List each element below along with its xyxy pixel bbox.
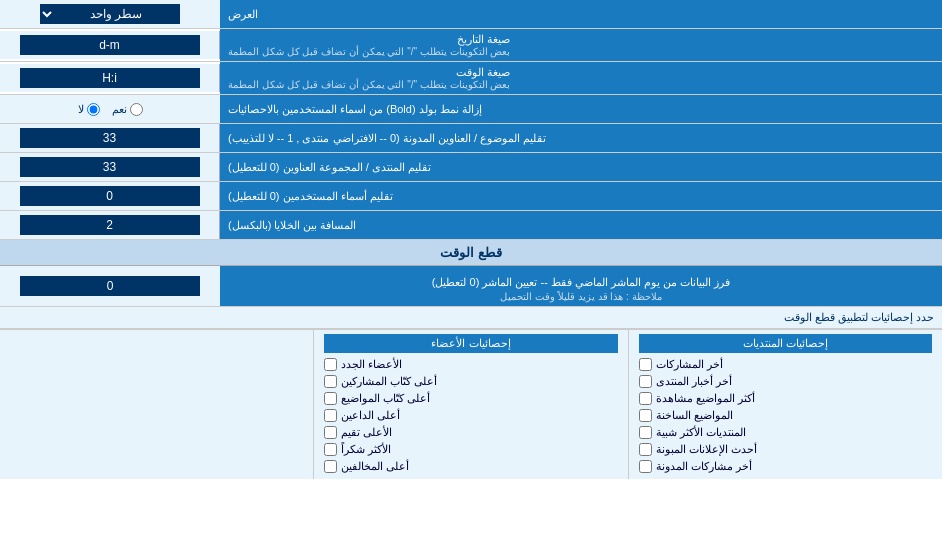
cell-spacing-input[interactable]	[20, 215, 200, 235]
check-item-1: أخر المشاركات	[639, 356, 932, 373]
forums-stats-col: إحصائيات المنتديات أخر المشاركات أخر أخب…	[628, 330, 942, 479]
check-item-m7: أعلى المخالفين	[324, 458, 617, 475]
time-format-input-container	[0, 64, 220, 92]
time-format-label: صيغة الوقت بعض التكوينات يتطلب "/" التي …	[220, 62, 942, 94]
user-names-input-container	[0, 182, 220, 210]
forum-order-input[interactable]	[20, 157, 200, 177]
empty-col	[0, 330, 313, 479]
date-format-input-container	[0, 31, 220, 59]
members-stats-col: إحصائيات الأعضاء الأعضاء الجدد أعلى كتّا…	[313, 330, 627, 479]
bold-yes-label: نعم	[112, 103, 143, 116]
bold-no-radio[interactable]	[87, 103, 100, 116]
time-format-input[interactable]	[20, 68, 200, 88]
date-format-label: صيغة التاريخ بعض التكوينات يتطلب "/" الت…	[220, 29, 942, 61]
forum-order-row: تقليم المنتدى / المجموعة العناوين (0 للت…	[0, 153, 942, 182]
cell-spacing-label: المسافة بين الخلايا (بالبكسل)	[220, 211, 942, 239]
topic-order-row: تقليم الموضوع / العناوين المدونة (0 -- ا…	[0, 124, 942, 153]
check-item-m2: أعلى كتّاب المشاركين	[324, 373, 617, 390]
check-item-3: أكثر المواضيع مشاهدة	[639, 390, 932, 407]
members-stats-header: إحصائيات الأعضاء	[324, 334, 617, 353]
cutoff-input[interactable]	[20, 276, 200, 296]
user-names-input[interactable]	[20, 186, 200, 206]
check-item-6: أحدث الإعلانات المبونة	[639, 441, 932, 458]
display-label: العرض	[220, 0, 942, 28]
check-item-m1: الأعضاء الجدد	[324, 356, 617, 373]
bold-remove-label: إزالة نمط بولد (Bold) من اسماء المستخدمي…	[220, 95, 942, 123]
check-item-m4: أعلى الداعين	[324, 407, 617, 424]
check-item-m6: الأكثر شكراً	[324, 441, 617, 458]
cell-spacing-input-container	[0, 211, 220, 239]
cutoff-input-container	[0, 266, 220, 306]
checkbox-most-similar[interactable]	[639, 426, 652, 439]
user-names-label: تقليم أسماء المستخدمين (0 للتعطيل)	[220, 182, 942, 210]
checkbox-top-inviters[interactable]	[324, 409, 337, 422]
check-item-2: أخر أخبار المنتدى	[639, 373, 932, 390]
cutoff-row: فرز البيانات من يوم الماشر الماضي فقط --…	[0, 266, 942, 307]
time-format-row: صيغة الوقت بعض التكوينات يتطلب "/" التي …	[0, 62, 942, 95]
check-item-7: أخر مشاركات المدونة	[639, 458, 932, 475]
checkbox-top-topic-writers[interactable]	[324, 392, 337, 405]
topic-order-input[interactable]	[20, 128, 200, 148]
bold-remove-options: نعم لا	[0, 95, 220, 123]
check-item-5: المنتديات الأكثر شبية	[639, 424, 932, 441]
cell-spacing-row: المسافة بين الخلايا (بالبكسل)	[0, 211, 942, 240]
topic-order-label: تقليم الموضوع / العناوين المدونة (0 -- ا…	[220, 124, 942, 152]
checkbox-top-rated[interactable]	[324, 426, 337, 439]
bold-yes-radio[interactable]	[130, 103, 143, 116]
checkbox-most-viewed[interactable]	[639, 392, 652, 405]
forum-order-label: تقليم المنتدى / المجموعة العناوين (0 للت…	[220, 153, 942, 181]
bold-remove-row: إزالة نمط بولد (Bold) من اسماء المستخدمي…	[0, 95, 942, 124]
checkbox-latest-announcements[interactable]	[639, 443, 652, 456]
forums-stats-header: إحصائيات المنتديات	[639, 334, 932, 353]
checkboxes-section: إحصائيات المنتديات أخر المشاركات أخر أخب…	[0, 329, 942, 479]
checkbox-most-thanked[interactable]	[324, 443, 337, 456]
check-item-m3: أعلى كتّاب المواضيع	[324, 390, 617, 407]
cutoff-label: فرز البيانات من يوم الماشر الماضي فقط --…	[220, 266, 942, 306]
checkbox-top-posters[interactable]	[324, 375, 337, 388]
checkbox-top-violators[interactable]	[324, 460, 337, 473]
check-item-m5: الأعلى تقيم	[324, 424, 617, 441]
checkbox-new-members[interactable]	[324, 358, 337, 371]
date-format-input[interactable]	[20, 35, 200, 55]
checkbox-hot-topics[interactable]	[639, 409, 652, 422]
bold-no-label: لا	[78, 103, 100, 116]
user-names-row: تقليم أسماء المستخدمين (0 للتعطيل)	[0, 182, 942, 211]
checkbox-last-blog-posts[interactable]	[639, 460, 652, 473]
date-format-row: صيغة التاريخ بعض التكوينات يتطلب "/" الت…	[0, 29, 942, 62]
checkbox-last-posts[interactable]	[639, 358, 652, 371]
display-select[interactable]: سطر واحد سطرين ثلاثة أسطر	[40, 4, 180, 24]
topic-order-input-container	[0, 124, 220, 152]
cutoff-section-header: قطع الوقت	[0, 240, 942, 266]
checkbox-last-news[interactable]	[639, 375, 652, 388]
check-item-4: المواضيع الساخنة	[639, 407, 932, 424]
forum-order-input-container	[0, 153, 220, 181]
limit-label-row: حدد إحصائيات لتطبيق قطع الوقت	[0, 307, 942, 329]
display-select-container: سطر واحد سطرين ثلاثة أسطر	[0, 0, 220, 28]
